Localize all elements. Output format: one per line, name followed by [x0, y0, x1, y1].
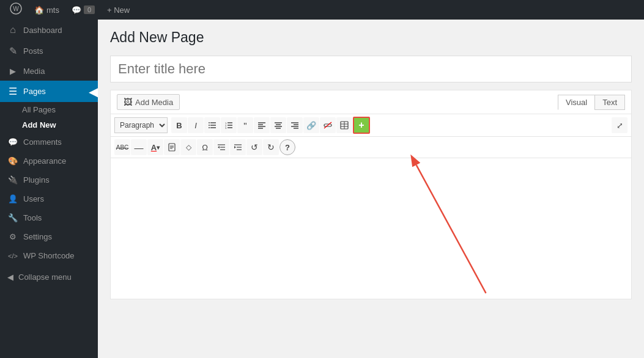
sidebar-item-settings[interactable]: ⚙ Settings: [0, 227, 98, 246]
collapse-label: Collapse menu: [18, 272, 72, 282]
site-name[interactable]: 🏠 mts: [29, 0, 64, 20]
editor-area[interactable]: [111, 158, 631, 299]
sidebar-item-label: Tools: [23, 213, 42, 222]
bold-button[interactable]: B: [171, 117, 187, 133]
sidebar-item-media[interactable]: ▶ Media: [0, 62, 98, 81]
sidebar-item-users[interactable]: 👤 Users: [0, 189, 98, 208]
tab-visual[interactable]: Visual: [558, 95, 594, 110]
add-media-icon: 🖼: [124, 97, 132, 107]
new-label: + New: [107, 5, 130, 15]
sidebar: ⌂ Dashboard ✎ Posts ▶ Media ☰ Pages ◀ Al…: [0, 20, 98, 358]
admin-bar: W 🏠 mts 💬 0 + New: [0, 0, 644, 20]
ul-button[interactable]: [204, 117, 220, 133]
sidebar-item-plugins[interactable]: 🔌 Plugins: [0, 170, 98, 189]
sidebar-item-label: Appearance: [23, 156, 66, 166]
site-label: mts: [46, 5, 59, 15]
align-right-button[interactable]: [287, 117, 303, 133]
settings-icon: ⚙: [7, 232, 18, 241]
collapse-icon: ◀: [7, 272, 13, 282]
svg-marker-39: [218, 146, 220, 148]
text-color-icon: A: [151, 143, 157, 152]
align-center-button[interactable]: [270, 117, 286, 133]
comments-button[interactable]: 💬 0: [67, 0, 100, 20]
wp-logo-button[interactable]: W: [5, 0, 27, 20]
tools-icon: 🔧: [7, 213, 18, 222]
pages-submenu: All Pages Add New: [0, 102, 98, 133]
sidebar-item-label: Users: [23, 194, 44, 203]
posts-icon: ✎: [7, 45, 18, 57]
media-icon: ▶: [7, 67, 18, 76]
sidebar-item-pages[interactable]: ☰ Pages ◀: [0, 81, 98, 102]
special-chars-button[interactable]: Ω: [197, 139, 213, 155]
svg-text:W: W: [13, 5, 19, 12]
tab-text[interactable]: Text: [594, 95, 625, 110]
paste-word-button[interactable]: [164, 139, 180, 155]
svg-point-7: [209, 127, 210, 128]
italic-button[interactable]: I: [188, 117, 204, 133]
sidebar-item-label: Comments: [23, 137, 62, 147]
appearance-icon: 🎨: [7, 156, 18, 166]
svg-text:3.: 3.: [225, 126, 227, 130]
sidebar-item-label: Settings: [23, 232, 52, 241]
add-media-label: Add Media: [135, 98, 173, 107]
editor-wrapper: 🖼 Add Media Visual Text Paragraph B I 1.…: [110, 90, 632, 299]
indent-button[interactable]: [230, 139, 246, 155]
fullscreen-button[interactable]: ⤢: [612, 117, 627, 133]
wpshortcode-icon: </>: [7, 252, 18, 260]
sidebar-item-tools[interactable]: 🔧 Tools: [0, 208, 98, 227]
page-title-input[interactable]: [110, 56, 632, 82]
redo-button[interactable]: ↻: [263, 139, 279, 155]
sidebar-item-label: Media: [23, 67, 45, 76]
remove-format-button[interactable]: ◇: [180, 139, 196, 155]
new-button[interactable]: + New: [102, 0, 135, 20]
add-content-button[interactable]: +: [353, 117, 370, 134]
pages-icon: ☰: [7, 86, 18, 97]
sidebar-item-dashboard[interactable]: ⌂ Dashboard: [0, 20, 98, 40]
users-icon: 👤: [7, 194, 18, 203]
sidebar-item-appearance[interactable]: 🎨 Appearance: [0, 152, 98, 170]
comment-count: 0: [84, 5, 95, 14]
sidebar-item-label: Dashboard: [23, 26, 62, 35]
page-title: Add New Page: [110, 29, 632, 46]
link-button[interactable]: 🔗: [303, 117, 319, 133]
text-color-button[interactable]: A ▾: [147, 139, 163, 155]
sidebar-item-comments[interactable]: 💬 Comments: [0, 133, 98, 152]
ol-button[interactable]: 1.2.3.: [221, 117, 237, 133]
sidebar-item-label: Pages: [23, 87, 46, 96]
toolbar-row-1: Paragraph B I 1.2.3. " 🔗: [111, 114, 631, 137]
svg-marker-43: [234, 146, 236, 148]
editor-top-bar: 🖼 Add Media Visual Text: [111, 90, 631, 114]
sidebar-item-wpshortcode[interactable]: </> WP Shortcode: [0, 246, 98, 265]
home-icon: 🏠: [34, 5, 44, 15]
dashboard-icon: ⌂: [7, 24, 18, 35]
outdent-button[interactable]: [213, 139, 229, 155]
wp-logo-icon: W: [10, 2, 22, 18]
strikethrough-button[interactable]: ABC: [114, 139, 130, 155]
toolbar-row-2: ABC — A ▾ ◇ Ω ↺ ↻ ?: [111, 137, 631, 158]
sidebar-item-label: Posts: [23, 46, 43, 56]
svg-point-6: [209, 125, 210, 126]
editor-mode-tabs: Visual Text: [558, 95, 625, 110]
plugins-icon: 🔌: [7, 175, 18, 184]
sidebar-item-label: Plugins: [23, 175, 50, 184]
undo-button[interactable]: ↺: [246, 139, 262, 155]
svg-point-5: [209, 122, 210, 123]
add-media-button[interactable]: 🖼 Add Media: [117, 94, 180, 110]
sidebar-item-label: WP Shortcode: [23, 251, 75, 260]
align-left-button[interactable]: [254, 117, 270, 133]
unlink-button[interactable]: [320, 117, 336, 133]
sidebar-sub-all-pages[interactable]: All Pages: [22, 102, 98, 117]
hr-button[interactable]: —: [131, 139, 147, 155]
table-button[interactable]: [336, 117, 352, 133]
svg-line-27: [324, 122, 331, 128]
svg-line-45: [416, 165, 486, 293]
format-select[interactable]: Paragraph: [114, 117, 168, 133]
sidebar-item-posts[interactable]: ✎ Posts: [0, 40, 98, 62]
comments-icon: 💬: [7, 137, 18, 147]
main-content: Add New Page 🖼 Add Media Visual Text Par…: [98, 20, 644, 358]
collapse-menu-button[interactable]: ◀ Collapse menu: [0, 268, 98, 287]
sidebar-sub-add-new[interactable]: Add New: [22, 117, 98, 133]
blockquote-button[interactable]: ": [237, 117, 253, 133]
comment-icon: 💬: [72, 5, 81, 15]
help-button[interactable]: ?: [279, 139, 295, 155]
